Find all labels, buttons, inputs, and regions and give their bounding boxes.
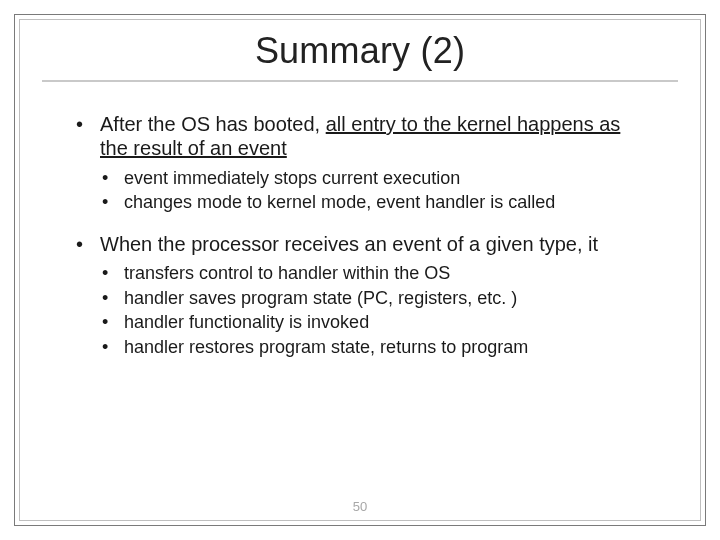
content-area: After the OS has booted, all entry to th…	[20, 112, 700, 358]
list-item: transfers control to handler within the …	[100, 262, 648, 285]
list-item: After the OS has booted, all entry to th…	[72, 112, 648, 214]
slide: Summary (2) After the OS has booted, all…	[0, 0, 720, 540]
sub-list: event immediately stops current executio…	[100, 167, 648, 214]
list-item: handler functionality is invoked	[100, 311, 648, 334]
title-rule	[42, 80, 678, 82]
frame-inner: Summary (2) After the OS has booted, all…	[19, 19, 701, 521]
slide-number: 50	[20, 499, 700, 514]
list-item: When the processor receives an event of …	[72, 232, 648, 358]
frame-outer: Summary (2) After the OS has booted, all…	[14, 14, 706, 526]
bullet-text: After the OS has booted,	[100, 113, 320, 135]
list-item: event immediately stops current executio…	[100, 167, 648, 190]
bullet-text: When the processor receives an event of …	[100, 233, 598, 255]
slide-title: Summary (2)	[20, 30, 700, 72]
list-item: handler saves program state (PC, registe…	[100, 287, 648, 310]
list-item: changes mode to kernel mode, event handl…	[100, 191, 648, 214]
list-item: handler restores program state, returns …	[100, 336, 648, 359]
sub-list: transfers control to handler within the …	[100, 262, 648, 358]
bullet-list: After the OS has booted, all entry to th…	[72, 112, 648, 358]
